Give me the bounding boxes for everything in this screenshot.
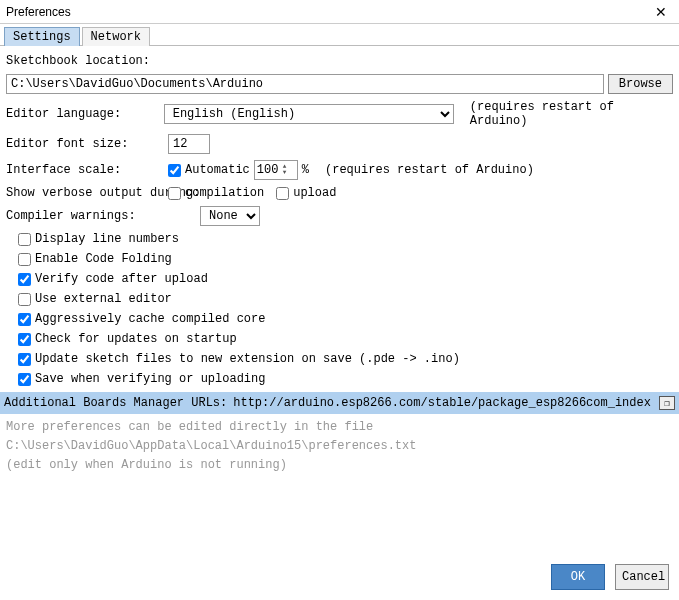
boards-urls-row: Additional Boards Manager URLs: http://a… — [0, 392, 679, 414]
scale-input[interactable] — [255, 163, 283, 177]
boards-urls-value[interactable]: http://arduino.esp8266.com/stable/packag… — [233, 396, 653, 410]
language-restart-note: (requires restart of Arduino) — [470, 100, 673, 128]
check-updates-checkbox[interactable]: Check for updates on startup — [18, 332, 673, 346]
tab-strip: Settings Network — [0, 24, 679, 46]
titlebar: Preferences ✕ — [0, 0, 679, 24]
compilation-checkbox[interactable]: compilation — [168, 186, 264, 200]
compilation-input[interactable] — [168, 187, 181, 200]
compilation-label: compilation — [185, 186, 264, 200]
editor-language-label: Editor language: — [6, 107, 160, 121]
tab-settings[interactable]: Settings — [4, 27, 80, 46]
editor-language-select[interactable]: English (English) — [164, 104, 454, 124]
footer-notes: More preferences can be edited directly … — [6, 414, 673, 480]
sketchbook-label: Sketchbook location: — [6, 54, 150, 68]
ok-button[interactable]: OK — [551, 564, 605, 590]
window-title: Preferences — [6, 5, 649, 19]
upload-checkbox[interactable]: upload — [276, 186, 336, 200]
upload-input[interactable] — [276, 187, 289, 200]
footer-line-2: C:\Users\DavidGuo\AppData\Local\Arduino1… — [6, 437, 673, 456]
cancel-button[interactable]: Cancel — [615, 564, 669, 590]
spinner-arrows-icon[interactable]: ▲▼ — [283, 164, 295, 176]
verify-after-upload-checkbox[interactable]: Verify code after upload — [18, 272, 673, 286]
enable-code-folding-checkbox[interactable]: Enable Code Folding — [18, 252, 673, 266]
editor-fontsize-label: Editor font size: — [6, 137, 164, 151]
compiler-warnings-select[interactable]: None — [200, 206, 260, 226]
close-icon[interactable]: ✕ — [649, 4, 673, 20]
scale-unit: % — [302, 163, 309, 177]
upload-label: upload — [293, 186, 336, 200]
boards-urls-label: Additional Boards Manager URLs: — [4, 396, 227, 410]
automatic-scale-input[interactable] — [168, 164, 181, 177]
sketchbook-input[interactable] — [6, 74, 604, 94]
scale-spinner[interactable]: ▲▼ — [254, 160, 298, 180]
automatic-scale-checkbox[interactable]: Automatic — [168, 163, 250, 177]
tab-network[interactable]: Network — [82, 27, 150, 46]
options-list: Display line numbers Enable Code Folding… — [18, 232, 673, 386]
scale-restart-note: (requires restart of Arduino) — [325, 163, 534, 177]
compiler-warnings-label: Compiler warnings: — [6, 209, 196, 223]
footer-line-3: (edit only when Arduino is not running) — [6, 456, 673, 475]
dialog-buttons: OK Cancel — [551, 564, 669, 590]
expand-urls-icon[interactable]: ❐ — [659, 396, 675, 410]
settings-panel: Sketchbook location: Browse Editor langu… — [0, 46, 679, 480]
automatic-scale-label: Automatic — [185, 163, 250, 177]
external-editor-checkbox[interactable]: Use external editor — [18, 292, 673, 306]
footer-line-1: More preferences can be edited directly … — [6, 418, 673, 437]
save-on-verify-checkbox[interactable]: Save when verifying or uploading — [18, 372, 673, 386]
aggressive-cache-checkbox[interactable]: Aggressively cache compiled core — [18, 312, 673, 326]
update-extension-checkbox[interactable]: Update sketch files to new extension on … — [18, 352, 673, 366]
editor-fontsize-input[interactable] — [168, 134, 210, 154]
verbose-label: Show verbose output during: — [6, 186, 164, 200]
interface-scale-label: Interface scale: — [6, 163, 164, 177]
display-line-numbers-checkbox[interactable]: Display line numbers — [18, 232, 673, 246]
browse-button[interactable]: Browse — [608, 74, 673, 94]
